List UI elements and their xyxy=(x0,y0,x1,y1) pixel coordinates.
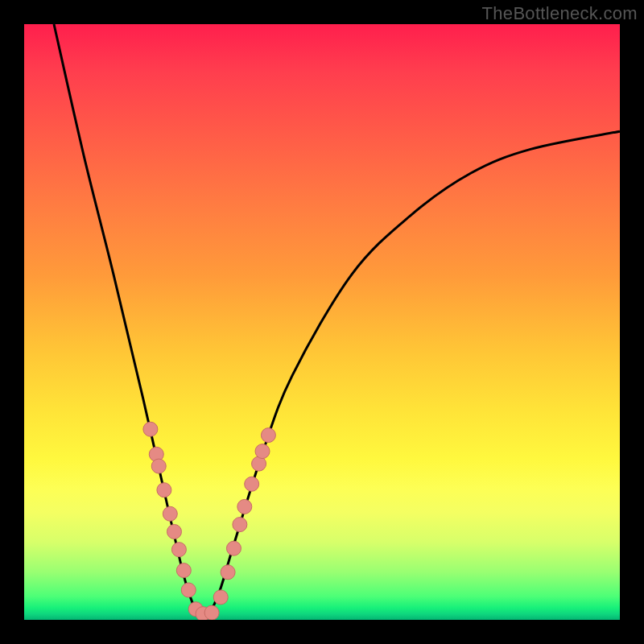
data-marker xyxy=(245,477,259,491)
chart-frame: TheBottleneck.com xyxy=(0,0,644,644)
data-marker xyxy=(157,483,171,497)
watermark-text: TheBottleneck.com xyxy=(482,3,638,24)
data-marker xyxy=(237,499,252,514)
marker-group xyxy=(143,422,276,620)
plot-area xyxy=(24,24,620,620)
data-marker xyxy=(151,459,166,473)
data-marker xyxy=(255,444,270,459)
chart-svg xyxy=(24,24,620,620)
data-marker xyxy=(221,565,235,580)
data-marker xyxy=(261,428,275,443)
curve-path xyxy=(54,24,620,620)
data-marker xyxy=(213,590,228,605)
data-marker xyxy=(163,506,177,521)
data-marker xyxy=(226,541,241,555)
data-marker xyxy=(167,524,181,539)
data-marker xyxy=(171,543,186,557)
data-marker xyxy=(181,583,196,597)
data-marker xyxy=(176,564,191,578)
data-marker xyxy=(143,422,158,436)
data-marker xyxy=(233,518,247,532)
data-marker xyxy=(204,605,219,620)
